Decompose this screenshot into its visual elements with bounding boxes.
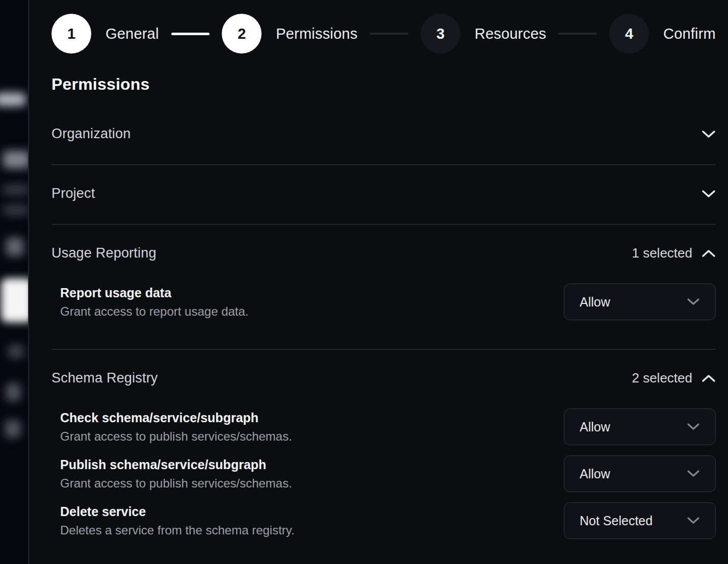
wizard-stepper: 1 General 2 Permissions 3 Resources 4 Co…: [51, 14, 716, 54]
chevron-down-icon: [687, 423, 700, 431]
permission-text: Report usage data Grant access to report…: [60, 285, 249, 319]
step-permissions[interactable]: 2 Permissions: [222, 14, 357, 54]
section-label: Project: [51, 186, 95, 201]
dropdown-value: Not Selected: [580, 514, 653, 528]
blurred-icon-tile: [6, 238, 23, 256]
section-organization-header[interactable]: Organization: [51, 126, 716, 142]
blurred-heading: [3, 151, 28, 168]
permission-description: Grant access to report usage data.: [60, 304, 249, 319]
dropdown-value: Allow: [580, 467, 610, 481]
step-resources[interactable]: 3 Resources: [421, 14, 546, 54]
chevron-down-icon: [687, 298, 700, 306]
blurred-text-line: [3, 205, 28, 215]
permission-row-report-usage-data: Report usage data Grant access to report…: [51, 284, 716, 320]
permission-row-publish-schema: Publish schema/service/subgraph Grant ac…: [51, 455, 716, 492]
section-label: Schema Registry: [51, 370, 158, 386]
step-label: Confirm: [663, 25, 716, 42]
create-token-wizard-permissions: 1 General 2 Permissions 3 Resources 4 Co…: [29, 0, 728, 564]
permission-text: Publish schema/service/subgraph Grant ac…: [60, 457, 292, 491]
section-project-header[interactable]: Project: [51, 186, 716, 201]
selected-count: 2 selected: [632, 370, 692, 386]
section-usage-reporting-header[interactable]: Usage Reporting 1 selected: [51, 245, 716, 261]
step-connector: [171, 33, 210, 35]
permission-text: Delete service Deletes a service from th…: [60, 504, 295, 537]
dropdown-value: Allow: [580, 420, 610, 434]
page-title: Permissions: [51, 75, 716, 93]
section-organization: Organization: [51, 106, 716, 165]
blurred-label: [5, 420, 20, 438]
step-general[interactable]: 1 General: [51, 14, 159, 54]
chevron-down-icon: [687, 517, 700, 525]
permission-title: Report usage data: [60, 285, 249, 300]
section-schema-registry: Schema Registry 2 selected Check schema/…: [51, 350, 716, 564]
blurred-label: [8, 345, 23, 358]
blurred-pill: [0, 93, 27, 106]
permission-title: Publish schema/service/subgraph: [60, 457, 292, 472]
step-number-badge: 4: [609, 14, 649, 54]
step-number-badge: 1: [51, 14, 91, 54]
permission-select-report-usage-data[interactable]: Allow: [564, 284, 716, 320]
permission-description: Grant access to publish services/schemas…: [60, 429, 292, 444]
permission-row-check-schema: Check schema/service/subgraph Grant acce…: [51, 408, 716, 445]
step-label: General: [106, 25, 159, 42]
step-number-badge: 3: [421, 14, 460, 54]
permission-text: Check schema/service/subgraph Grant acce…: [60, 410, 292, 444]
permission-select-publish-schema[interactable]: Allow: [564, 455, 716, 492]
selected-summary: 2 selected: [632, 370, 716, 386]
permission-title: Delete service: [60, 504, 295, 519]
permission-select-delete-service[interactable]: Not Selected: [564, 502, 716, 539]
permission-row-delete-service: Delete service Deletes a service from th…: [51, 502, 716, 539]
section-project: Project: [51, 165, 716, 225]
section-label: Usage Reporting: [51, 245, 157, 261]
step-label: Permissions: [276, 25, 357, 42]
section-label: Organization: [51, 126, 131, 142]
step-confirm[interactable]: 4 Confirm: [609, 14, 716, 54]
permission-title: Check schema/service/subgraph: [60, 410, 292, 425]
step-connector: [370, 33, 408, 35]
permission-description: Deletes a service from the schema regist…: [60, 523, 295, 537]
selected-summary: 1 selected: [632, 245, 716, 261]
section-schema-registry-header[interactable]: Schema Registry 2 selected: [51, 370, 716, 386]
blurred-label: [6, 383, 20, 401]
blurred-background-sidebar: [0, 0, 28, 564]
step-connector: [558, 33, 597, 35]
section-usage-reporting: Usage Reporting 1 selected Report usage …: [51, 225, 716, 350]
blurred-bright-card: [1, 278, 28, 322]
chevron-down-icon: [701, 130, 716, 139]
chevron-down-icon: [687, 470, 700, 478]
chevron-up-icon: [701, 249, 716, 258]
dropdown-value: Allow: [580, 295, 610, 310]
chevron-down-icon: [701, 189, 716, 198]
selected-count: 1 selected: [632, 245, 692, 261]
step-label: Resources: [475, 25, 546, 42]
blurred-text-line: [3, 185, 28, 195]
permission-description: Grant access to publish services/schemas…: [60, 476, 292, 491]
step-number-badge: 2: [222, 14, 262, 54]
chevron-up-icon: [701, 374, 716, 383]
permission-select-check-schema[interactable]: Allow: [564, 408, 716, 445]
